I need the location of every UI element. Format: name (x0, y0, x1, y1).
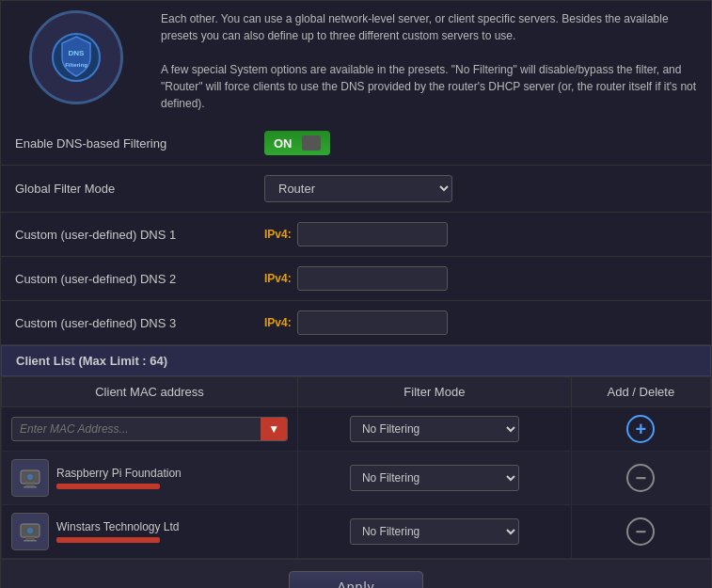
enable-dns-label: Enable DNS-based Filtering (1, 121, 250, 166)
col-add-delete: Add / Delete (571, 377, 710, 407)
mac-dropdown-button[interactable]: ▼ (261, 418, 287, 440)
dns-logo: DNS Filtering (15, 6, 137, 109)
description-line1: Each other. You can use a global network… (161, 10, 697, 44)
svg-rect-8 (25, 537, 35, 540)
add-client-icon[interactable]: + (626, 415, 655, 443)
col-filter-mode: Filter Mode (298, 377, 572, 407)
rpi-name: Raspberry Pi Foundation (56, 467, 182, 480)
rpi-filter-cell: No Filtering Router Google OpenDNS (298, 452, 572, 505)
rpi-device-info: Raspberry Pi Foundation (11, 459, 288, 497)
custom-dns-3-input[interactable] (297, 310, 448, 335)
global-filter-select[interactable]: Router No Filtering Google OpenDNS Custo… (264, 175, 452, 202)
rpi-device-icon (11, 459, 49, 497)
winstars-mac-bar (56, 537, 160, 543)
ipv4-row-2: IPv4: (264, 266, 697, 291)
custom-dns-3-row: Custom (user-defined) DNS 3 IPv4: (1, 301, 711, 345)
custom-dns-3-label: Custom (user-defined) DNS 3 (1, 301, 250, 345)
ipv4-label-1: IPv4: (264, 228, 293, 241)
custom-dns-3-control: IPv4: (250, 301, 711, 345)
winstars-mac-cell: Winstars Technology Ltd (2, 505, 298, 559)
winstars-device-info: Winstars Technology Ltd (11, 513, 288, 550)
custom-dns-2-label: Custom (user-defined) DNS 2 (1, 257, 250, 301)
global-filter-row: Global Filter Mode Router No Filtering G… (1, 166, 711, 213)
remove-winstars-icon[interactable]: − (626, 517, 655, 546)
dns-toggle-button[interactable]: ON (264, 131, 330, 155)
svg-text:DNS: DNS (69, 49, 86, 57)
ipv4-row-1: IPv4: (264, 222, 697, 246)
svg-rect-9 (24, 540, 37, 542)
enable-dns-control: ON (250, 121, 711, 166)
col-mac-address: Client MAC address (2, 377, 298, 407)
client-table-header-row: Client MAC address Filter Mode Add / Del… (2, 377, 711, 407)
apply-button[interactable]: Apply (289, 571, 422, 588)
new-entry-add-cell: + (571, 407, 710, 452)
rpi-mac-cell: Raspberry Pi Foundation (2, 452, 298, 505)
custom-dns-2-row: Custom (user-defined) DNS 2 IPv4: (1, 257, 711, 301)
ipv4-row-3: IPv4: (264, 310, 697, 335)
mac-address-input[interactable] (12, 418, 261, 440)
rpi-mac-bar (56, 484, 160, 489)
svg-point-6 (27, 474, 33, 480)
device-svg2 (19, 520, 41, 543)
custom-dns-2-input[interactable] (297, 266, 448, 291)
description-line2: A few special System options are availab… (161, 61, 697, 112)
description-area: DNS Filtering Each other. You can use a … (1, 1, 711, 121)
toggle-text: ON (274, 136, 293, 151)
custom-dns-1-row: Custom (user-defined) DNS 1 IPv4: (1, 213, 711, 257)
winstars-delete-cell: − (571, 505, 710, 559)
winstars-filter-cell: No Filtering Router Google OpenDNS (298, 505, 572, 559)
globe-icon: DNS Filtering (48, 29, 104, 86)
custom-dns-1-input[interactable] (297, 222, 448, 246)
device-svg (19, 467, 41, 489)
custom-dns-2-control: IPv4: (250, 257, 711, 301)
new-entry-filter-select[interactable]: No Filtering Router Google OpenDNS (350, 416, 519, 442)
winstars-filter-select[interactable]: No Filtering Router Google OpenDNS (350, 518, 519, 545)
client-table: Client MAC address Filter Mode Add / Del… (1, 376, 711, 559)
toggle-container: ON (264, 131, 697, 155)
new-entry-row: ▼ No Filtering Router Google OpenDNS + (2, 407, 711, 452)
rpi-delete-cell: − (571, 452, 710, 505)
dns-logo-inner: DNS Filtering (29, 10, 123, 104)
main-container: DNS Filtering Each other. You can use a … (0, 0, 712, 588)
new-entry-mac-cell: ▼ (2, 407, 298, 452)
mac-input-wrapper: ▼ (11, 417, 288, 441)
winstars-name: Winstars Technology Ltd (56, 520, 180, 533)
new-entry-filter-cell: No Filtering Router Google OpenDNS (298, 407, 572, 452)
client-list-header: Client List (Max Limit : 64) (1, 345, 711, 376)
custom-dns-1-control: IPv4: (250, 213, 711, 257)
settings-table: Enable DNS-based Filtering ON Global Fil… (1, 121, 711, 345)
rpi-info: Raspberry Pi Foundation (56, 467, 182, 489)
global-filter-label: Global Filter Mode (1, 166, 250, 213)
ipv4-label-2: IPv4: (264, 272, 293, 285)
rpi-filter-select[interactable]: No Filtering Router Google OpenDNS (350, 465, 519, 491)
custom-dns-1-label: Custom (user-defined) DNS 1 (1, 213, 250, 257)
winstars-info: Winstars Technology Ltd (56, 520, 180, 543)
toggle-slider (302, 135, 321, 151)
ipv4-label-3: IPv4: (264, 316, 293, 329)
winstars-device-icon (11, 513, 49, 550)
svg-point-10 (27, 528, 33, 533)
table-row: Raspberry Pi Foundation No Filtering Rou… (2, 452, 711, 505)
svg-rect-4 (25, 484, 35, 486)
enable-dns-row: Enable DNS-based Filtering ON (1, 121, 711, 166)
remove-rpi-icon[interactable]: − (626, 464, 655, 492)
global-filter-control: Router No Filtering Google OpenDNS Custo… (250, 166, 711, 213)
svg-rect-5 (24, 486, 37, 488)
svg-text:Filtering: Filtering (65, 62, 87, 68)
table-row: Winstars Technology Ltd No Filtering Rou… (2, 505, 711, 559)
apply-area: Apply (1, 559, 711, 588)
